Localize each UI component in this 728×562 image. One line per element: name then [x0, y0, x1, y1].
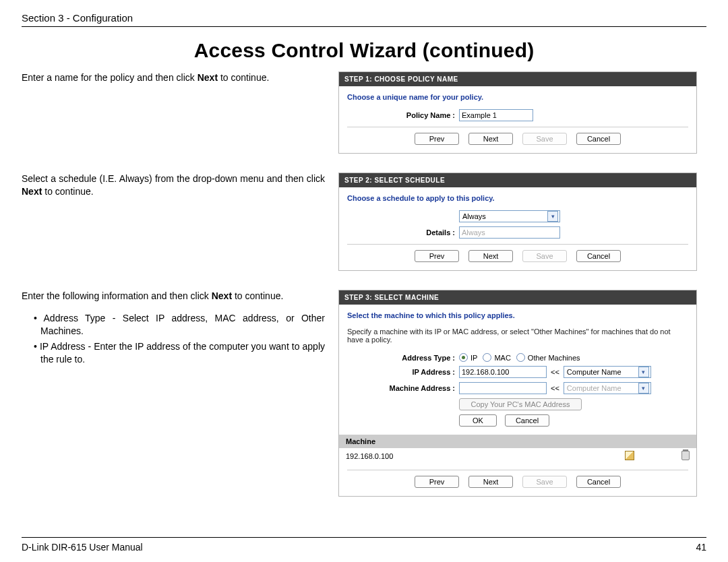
- text: Select a schedule (I.E. Always) from the…: [22, 173, 325, 184]
- arrow-label: <<: [551, 368, 559, 376]
- trash-icon[interactable]: [681, 451, 690, 462]
- address-type-label: Address Type :: [347, 354, 459, 362]
- prev-button[interactable]: Prev: [415, 133, 459, 145]
- panel-header: STEP 1: CHOOSE POLICY NAME: [339, 72, 696, 86]
- row-step1: Enter a name for the policy and then cli…: [22, 71, 706, 154]
- ok-button[interactable]: OK: [459, 414, 497, 427]
- panel-step1: STEP 1: CHOOSE POLICY NAME Choose a uniq…: [338, 71, 697, 154]
- radio-dot-icon: [483, 353, 491, 362]
- text-bold: Next: [22, 186, 42, 197]
- ip-computer-select[interactable]: Computer Name ▾: [564, 366, 651, 378]
- table-row: 192.168.0.100: [339, 448, 696, 464]
- panel-header: STEP 2: SELECT SCHEDULE: [339, 173, 696, 187]
- chevron-down-icon: ▾: [638, 383, 649, 394]
- ip-address-label: IP Address :: [347, 368, 459, 376]
- row-step2: Select a schedule (I.E. Always) from the…: [22, 173, 706, 271]
- radio-label: Other Machines: [528, 354, 580, 362]
- next-button[interactable]: Next: [468, 250, 513, 262]
- radio-label: MAC: [494, 354, 510, 362]
- page-title: Access Control Wizard (continued): [22, 39, 706, 62]
- instruction-step2: Select a schedule (I.E. Always) from the…: [22, 173, 338, 198]
- next-button[interactable]: Next: [468, 133, 513, 145]
- text-bold: Next: [212, 290, 232, 301]
- chevron-down-icon: ▾: [547, 211, 558, 222]
- cancel-button[interactable]: Cancel: [576, 476, 621, 488]
- edit-icon[interactable]: [625, 451, 634, 462]
- next-button[interactable]: Next: [468, 476, 513, 488]
- radio-dot-icon: [516, 353, 525, 362]
- text: Enter the following information and then…: [22, 290, 212, 301]
- copy-mac-button: Copy Your PC's MAC Address: [459, 398, 582, 410]
- footer: D-Link DIR-615 User Manual 41: [22, 537, 706, 553]
- cancel-small-button[interactable]: Cancel: [505, 414, 549, 427]
- text-bold: Next: [198, 72, 218, 83]
- cancel-button[interactable]: Cancel: [576, 250, 621, 262]
- policy-name-label: Policy Name :: [347, 111, 459, 119]
- save-button: Save: [522, 133, 567, 145]
- instruction-step3: Enter the following information and then…: [22, 290, 338, 365]
- policy-name-input[interactable]: [459, 109, 533, 121]
- select-value: Computer Name: [567, 368, 621, 376]
- instruction-step1: Enter a name for the policy and then cli…: [22, 71, 338, 84]
- radio-ip[interactable]: IP: [459, 353, 477, 362]
- save-button: Save: [522, 250, 567, 262]
- panel-prompt: Choose a schedule to apply to this polic…: [347, 194, 688, 202]
- text: to continue.: [42, 186, 93, 197]
- radio-dot-icon: [459, 353, 468, 362]
- details-label: Details :: [347, 228, 459, 237]
- machine-address-input: [459, 382, 547, 394]
- cancel-button[interactable]: Cancel: [576, 133, 621, 145]
- panel-desc: Specify a machine with its IP or MAC add…: [347, 327, 688, 344]
- prev-button[interactable]: Prev: [415, 250, 459, 262]
- panel-step3: STEP 3: SELECT MACHINE Select the machin…: [338, 290, 697, 497]
- section-label: Section 3 - Configuration: [22, 12, 133, 24]
- row-step3: Enter the following information and then…: [22, 290, 706, 497]
- text: Enter a name for the policy and then cli…: [22, 72, 198, 83]
- arrow-label: <<: [551, 384, 559, 392]
- prev-button[interactable]: Prev: [415, 476, 459, 488]
- footer-page-number: 41: [696, 542, 706, 553]
- chevron-down-icon: ▾: [638, 367, 649, 377]
- save-button: Save: [522, 476, 567, 488]
- panel-header: STEP 3: SELECT MACHINE: [339, 290, 696, 305]
- panel-prompt: Choose a unique name for your policy.: [347, 93, 688, 101]
- table-cell-ip: 192.168.0.100: [346, 452, 625, 460]
- ip-address-input[interactable]: [459, 366, 547, 378]
- select-value: Always: [462, 212, 486, 220]
- schedule-select[interactable]: Always ▾: [459, 210, 560, 222]
- radio-mac[interactable]: MAC: [483, 353, 510, 362]
- radio-label: IP: [471, 354, 477, 362]
- select-value: Computer Name: [567, 384, 621, 392]
- radio-other[interactable]: Other Machines: [516, 353, 580, 362]
- panel-prompt: Select the machine to which this policy …: [347, 311, 688, 319]
- machine-table-header: Machine: [339, 435, 696, 448]
- text: to continue.: [232, 290, 283, 301]
- bullet-address-type: • Address Type - Select IP address, MAC …: [22, 312, 325, 338]
- footer-left: D-Link DIR-615 User Manual: [22, 542, 143, 553]
- section-header: Section 3 - Configuration: [22, 12, 706, 27]
- mac-computer-select: Computer Name ▾: [564, 382, 651, 394]
- text: to continue.: [218, 72, 269, 83]
- panel-step2: STEP 2: SELECT SCHEDULE Choose a schedul…: [338, 173, 697, 271]
- machine-address-label: Machine Address :: [347, 384, 459, 392]
- bullet-ip-address: • IP Address - Enter the IP address of t…: [22, 340, 325, 366]
- details-value: [459, 226, 560, 239]
